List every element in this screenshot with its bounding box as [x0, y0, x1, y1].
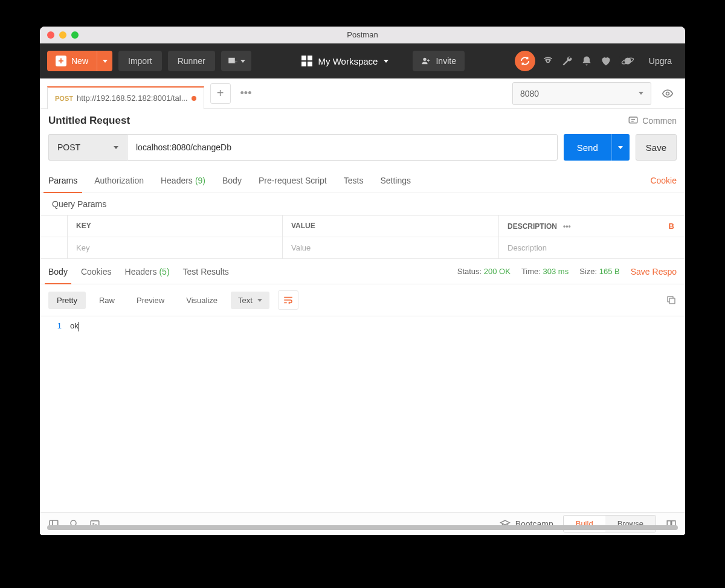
window-plus-icon: +: [227, 56, 238, 66]
settings-button[interactable]: [561, 54, 574, 68]
params-desc-input[interactable]: Description: [499, 237, 685, 258]
response-meta: Status: 200 OK Time: 303 ms Size: 165 B …: [457, 267, 677, 276]
app-window: Postman + New Import Runner + My Workspa…: [40, 27, 685, 535]
response-tab-body[interactable]: Body: [48, 259, 68, 284]
tab-tests[interactable]: Tests: [344, 168, 364, 193]
request-tab[interactable]: POST http://192.168.52.182:8001/tal...: [47, 86, 204, 109]
response-tabs: Body Cookies Headers (5) Test Results St…: [40, 259, 685, 284]
params-desc-header: DESCRIPTION ••• B: [499, 216, 685, 237]
tab-settings[interactable]: Settings: [380, 168, 411, 193]
save-response-button[interactable]: Save Respo: [631, 267, 677, 276]
response-tab-test-results[interactable]: Test Results: [183, 259, 229, 284]
traffic-lights: [40, 31, 79, 39]
open-new-button[interactable]: +: [221, 51, 251, 71]
params-empty-row[interactable]: Key Value Description: [40, 237, 685, 259]
view-raw[interactable]: Raw: [91, 292, 123, 309]
heart-icon: [600, 55, 612, 67]
params-key-header: KEY: [68, 216, 283, 237]
copy-response-button[interactable]: [666, 295, 677, 305]
params-value-input[interactable]: Value: [283, 237, 499, 258]
new-button[interactable]: + New: [47, 51, 97, 71]
sync-icon: [520, 56, 530, 66]
response-tab-headers[interactable]: Headers (5): [125, 259, 170, 284]
svg-point-3: [546, 60, 549, 63]
maximize-window-button[interactable]: [71, 31, 79, 39]
cookies-link[interactable]: Cookie: [650, 176, 677, 185]
tab-prerequest[interactable]: Pre-request Script: [259, 168, 327, 193]
view-pretty[interactable]: Pretty: [48, 292, 86, 309]
satellite-icon: [542, 55, 554, 67]
sync-button[interactable]: [515, 51, 535, 71]
send-button-group: Send: [564, 134, 630, 161]
person-plus-icon: [421, 56, 431, 66]
params-checkbox-header: [40, 216, 68, 237]
request-tabs: Params Authorization Headers (9) Body Pr…: [40, 168, 685, 193]
save-button[interactable]: Save: [636, 134, 677, 161]
new-button-group: + New: [47, 51, 112, 71]
environment-quicklook-button[interactable]: [657, 82, 678, 105]
tab-body[interactable]: Body: [222, 168, 242, 193]
add-tab-button[interactable]: +: [210, 83, 231, 104]
comments-button[interactable]: Commen: [628, 115, 677, 126]
line-content: ok: [70, 321, 79, 330]
wrap-lines-button[interactable]: [278, 290, 298, 310]
response-time-value: 303 ms: [543, 267, 569, 276]
grid-icon: [301, 56, 312, 66]
workspace-selector[interactable]: My Workspace: [301, 56, 389, 66]
horizontal-scrollbar[interactable]: [47, 525, 678, 530]
invite-button[interactable]: Invite: [413, 51, 464, 71]
environment-label: 8080: [520, 89, 539, 98]
send-button[interactable]: Send: [564, 142, 611, 153]
wrench-icon: [561, 55, 573, 67]
import-button[interactable]: Import: [118, 51, 162, 71]
new-button-label: New: [71, 56, 88, 66]
copy-icon: [666, 295, 677, 305]
upgrade-button[interactable]: Upgra: [643, 56, 678, 66]
plus-icon: +: [56, 56, 66, 66]
params-options-button[interactable]: •••: [557, 222, 577, 231]
request-title[interactable]: Untitled Request: [48, 115, 130, 127]
method-selector[interactable]: POST: [48, 134, 127, 161]
request-header: Untitled Request Commen: [40, 109, 685, 130]
tab-bar: POST http://192.168.52.182:8001/tal... +…: [40, 78, 685, 109]
tab-headers[interactable]: Headers (9): [161, 168, 205, 193]
params-header-row: KEY VALUE DESCRIPTION ••• B: [40, 216, 685, 237]
tab-options-button[interactable]: •••: [237, 87, 256, 100]
minimize-window-button[interactable]: [59, 31, 66, 39]
close-window-button[interactable]: [47, 31, 54, 39]
main-toolbar: + New Import Runner + My Workspace Invit…: [40, 43, 685, 78]
favorites-button[interactable]: [599, 54, 613, 68]
titlebar: Postman: [40, 27, 685, 43]
workspace-label: My Workspace: [318, 56, 378, 66]
explore-button[interactable]: [619, 52, 637, 70]
new-dropdown-button[interactable]: [97, 51, 112, 71]
invite-label: Invite: [436, 56, 456, 66]
response-size-value: 165 B: [599, 267, 620, 276]
params-key-input[interactable]: Key: [68, 237, 283, 258]
runner-button[interactable]: Runner: [168, 51, 215, 71]
tab-url-label: http://192.168.52.182:8001/tal...: [77, 94, 188, 103]
wrap-icon: [283, 295, 294, 305]
send-dropdown-button[interactable]: [611, 134, 630, 161]
view-preview[interactable]: Preview: [128, 292, 173, 309]
code-line: 1 ok: [40, 321, 685, 330]
view-visualize[interactable]: Visualize: [178, 292, 226, 309]
comment-icon: [628, 115, 639, 126]
bulk-edit-link[interactable]: B: [669, 222, 677, 231]
response-format-selector[interactable]: Text: [231, 292, 269, 309]
environment-selector[interactable]: 8080: [512, 82, 651, 105]
statusbar: Bootcamp Build Browse: [40, 512, 685, 535]
comments-label: Commen: [642, 116, 677, 126]
response-view-tabs: Pretty Raw Preview Visualize Text: [40, 284, 685, 316]
response-tab-cookies[interactable]: Cookies: [81, 259, 112, 284]
url-input[interactable]: [127, 134, 558, 161]
tab-authorization[interactable]: Authorization: [94, 168, 144, 193]
notifications-button[interactable]: [580, 54, 593, 68]
planet-icon: [621, 54, 634, 68]
capture-button[interactable]: [541, 54, 555, 68]
response-body[interactable]: 1 ok: [40, 316, 685, 512]
response-status-value: 200 OK: [484, 267, 511, 276]
svg-point-2: [424, 58, 427, 61]
url-row: POST Send Save: [40, 130, 685, 168]
tab-params[interactable]: Params: [48, 168, 77, 193]
